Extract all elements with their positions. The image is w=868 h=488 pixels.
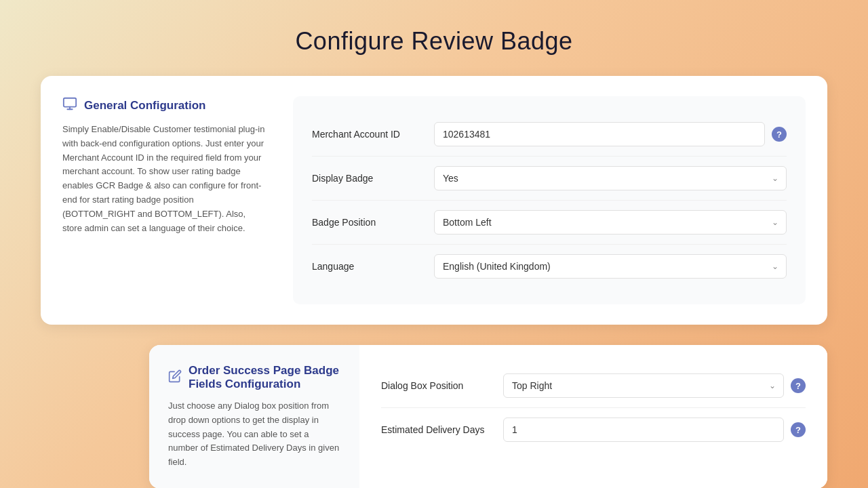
estimated-delivery-days-help-icon[interactable]: ?	[791, 422, 806, 437]
general-config-form: Merchant Account ID ? Display Badge Yes …	[293, 96, 806, 304]
order-success-title: Order Success Page Badge Fields Configur…	[168, 364, 340, 391]
estimated-delivery-days-row: Estimated Delivery Days ?	[381, 408, 806, 451]
general-config-card: General Configuration Simply Enable/Disa…	[41, 76, 827, 325]
language-row: Language English (United Kingdom) Englis…	[312, 245, 787, 288]
estimated-delivery-days-control: ?	[503, 418, 806, 442]
dialog-box-position-help-icon[interactable]: ?	[791, 378, 806, 393]
order-success-title-text: Order Success Page Badge Fields Configur…	[189, 364, 340, 391]
page-title: Configure Review Badge	[0, 0, 868, 76]
estimated-delivery-days-label: Estimated Delivery Days	[381, 424, 503, 435]
display-badge-select-wrapper: Yes No ⌄	[434, 166, 787, 190]
merchant-account-row: Merchant Account ID ?	[312, 113, 787, 157]
merchant-account-control: ?	[434, 122, 787, 146]
badge-position-control: Bottom Left Bottom Right Top Left Top Ri…	[434, 210, 787, 235]
badge-position-select-wrapper: Bottom Left Bottom Right Top Left Top Ri…	[434, 210, 787, 235]
order-success-description: Just choose any Dialog box position from…	[168, 399, 340, 470]
display-badge-row: Display Badge Yes No ⌄	[312, 157, 787, 201]
merchant-account-label: Merchant Account ID	[312, 129, 434, 140]
general-config-title-text: General Configuration	[84, 99, 205, 113]
order-success-form: Dialog Box Position Top Right Top Left B…	[359, 345, 827, 488]
language-control: English (United Kingdom) English (United…	[434, 254, 787, 279]
display-badge-select[interactable]: Yes No	[434, 166, 787, 190]
badge-position-label: Badge Position	[312, 217, 434, 228]
general-config-description: Simply Enable/Disable Customer testimoni…	[62, 123, 266, 235]
language-select[interactable]: English (United Kingdom) English (United…	[434, 254, 787, 279]
merchant-account-input[interactable]	[434, 122, 765, 146]
language-label: Language	[312, 261, 434, 272]
badge-position-select[interactable]: Bottom Left Bottom Right Top Left Top Ri…	[434, 210, 787, 235]
dialog-box-position-select-wrapper: Top Right Top Left Bottom Right Bottom L…	[503, 373, 784, 398]
display-badge-control: Yes No ⌄	[434, 166, 787, 190]
badge-position-row: Badge Position Bottom Left Bottom Right …	[312, 201, 787, 245]
order-success-card: Order Success Page Badge Fields Configur…	[149, 345, 827, 488]
estimated-delivery-days-input[interactable]	[503, 418, 784, 442]
general-config-title: General Configuration	[62, 96, 266, 115]
dialog-box-position-label: Dialog Box Position	[381, 380, 503, 391]
order-success-left: Order Success Page Badge Fields Configur…	[149, 345, 359, 488]
general-config-left: General Configuration Simply Enable/Disa…	[62, 96, 266, 304]
dialog-box-position-row: Dialog Box Position Top Right Top Left B…	[381, 364, 806, 408]
language-select-wrapper: English (United Kingdom) English (United…	[434, 254, 787, 279]
dialog-box-position-control: Top Right Top Left Bottom Right Bottom L…	[503, 373, 806, 398]
merchant-account-help-icon[interactable]: ?	[772, 127, 787, 142]
settings-icon	[62, 96, 77, 115]
svg-rect-0	[64, 98, 76, 107]
dialog-box-position-select[interactable]: Top Right Top Left Bottom Right Bottom L…	[503, 373, 784, 398]
edit-icon	[168, 369, 182, 386]
display-badge-label: Display Badge	[312, 173, 434, 184]
